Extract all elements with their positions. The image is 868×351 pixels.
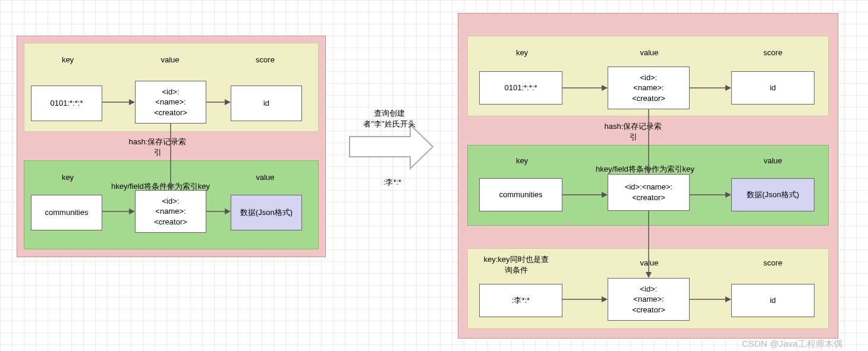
right-middle-value-box: <id>:<name>: <creator> (608, 174, 690, 211)
right-top-key-header: key (498, 48, 546, 58)
right-top-score-box: id (731, 71, 814, 105)
left-bottom-key-box: communities (31, 195, 102, 230)
svg-marker-10 (350, 125, 433, 169)
left-top-key-box: 0101:*:*:* (31, 86, 102, 121)
center-label-1: 查询创建 者"李"姓氏开头 (357, 108, 422, 129)
right-top-score-header: score (749, 48, 797, 58)
left-bottom-key-header: key (50, 172, 86, 183)
left-top-key-text: 0101:*:*:* (51, 98, 83, 109)
right-bottom-score-header: score (749, 258, 797, 268)
right-bottom-value-text: <id>: <name>: <creator> (632, 284, 665, 315)
right-top-key-box: 0101:*:*:* (479, 71, 562, 105)
right-bottom-key-box: :李*:* (479, 284, 562, 317)
right-bottom-value-box: <id>: <name>: <creator> (608, 278, 690, 321)
left-top-value-box: <id>: <name>: <creator> (135, 81, 206, 124)
right-middle-mid-header: hkey/field将条件作为索引key (577, 164, 713, 175)
left-top-score-text: id (263, 98, 269, 109)
right-middle-key-text: communities (499, 189, 543, 200)
left-bottom-data-box: 数据(Json格式) (231, 195, 302, 230)
right-middle-value-header: value (749, 156, 797, 166)
right-top-value-box: <id>: <name>: <creator> (608, 67, 690, 109)
right-bottom-score-box: id (731, 284, 814, 317)
left-bottom-data-text: 数据(Json格式) (240, 207, 293, 218)
center-label-2: :李*:* (375, 177, 410, 188)
left-top-value-header: value (152, 55, 188, 65)
right-top-value-text: <id>: <name>: <creator> (632, 72, 665, 104)
right-mid-label-1: hash:保存记录索 引 (595, 121, 672, 142)
left-top-score-box: id (231, 86, 302, 121)
right-middle-data-text: 数据(Json格式) (747, 189, 799, 200)
right-bottom-key-text: :李*:* (512, 295, 530, 306)
watermark: CSDN @Java工程师木偶 (742, 339, 842, 350)
right-middle-key-box: communities (479, 178, 562, 211)
left-bottom-value-box: <id>: <name>: <creator> (135, 190, 206, 233)
right-bottom-score-text: id (770, 295, 776, 306)
right-top-key-text: 0101:*:*:* (505, 83, 537, 93)
right-middle-key-header: key (498, 156, 546, 166)
right-top-score-text: id (770, 83, 776, 93)
right-top-value-header: value (625, 48, 673, 58)
right-bottom-value-header: value (625, 258, 673, 268)
left-mid-label: hash:保存记录索 引 (119, 137, 196, 157)
left-top-key-header: key (50, 55, 86, 65)
left-top-value-text: <id>: <name>: <creator> (154, 87, 187, 118)
left-bottom-value-header: value (247, 172, 283, 183)
left-bottom-key-text: communities (45, 207, 89, 218)
right-middle-data-box: 数据(Json格式) (731, 178, 814, 211)
right-bottom-key-header: key:key同时也是查 询条件 (474, 254, 558, 275)
left-bottom-value-text: <id>: <name>: <creator> (154, 196, 187, 227)
right-middle-value-text: <id>:<name>: <creator> (625, 182, 672, 203)
left-top-score-header: score (247, 55, 283, 65)
